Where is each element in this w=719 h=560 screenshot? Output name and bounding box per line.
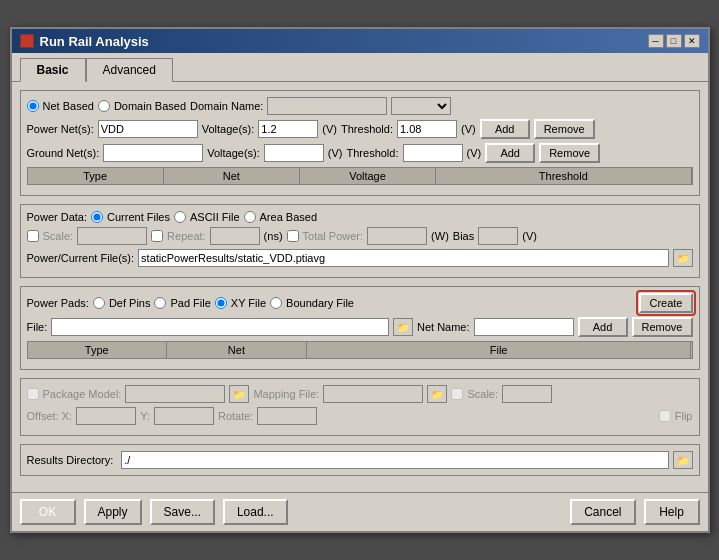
ascii-file-label[interactable]: ASCII File [190,211,240,223]
ground-threshold-input[interactable] [403,144,463,162]
save-button[interactable]: Save... [150,499,215,525]
area-based-radio[interactable] [244,211,256,223]
power-data-row1: Power Data: Current Files ASCII File Are… [27,211,693,223]
tab-advanced[interactable]: Advanced [86,58,173,82]
domain-based-radio[interactable] [98,100,110,112]
pad-file-label[interactable]: Pad File [170,297,210,309]
y-label: Y: [140,410,150,422]
current-files-radio[interactable] [91,211,103,223]
ground-nets-input[interactable] [103,144,203,162]
cancel-button[interactable]: Cancel [570,499,635,525]
pads-remove-button[interactable]: Remove [632,317,693,337]
net-table-header: Type Net Voltage Threshold [27,167,693,185]
offset-x-input[interactable] [76,407,136,425]
net-name-label: Net Name: [417,321,470,333]
bias-label: Bias [453,230,474,242]
title-bar: Run Rail Analysis ─ □ ✕ [12,29,708,53]
power-current-files-input[interactable] [138,249,668,267]
v-bias-label: (V) [522,230,537,242]
apply-button[interactable]: Apply [84,499,142,525]
col-file2: File [307,342,692,358]
total-power-checkbox[interactable] [287,230,299,242]
boundary-file-radio[interactable] [270,297,282,309]
power-pads-section: Power Pads: Def Pins Pad File XY File Bo… [20,286,700,370]
maximize-button[interactable]: □ [666,34,682,48]
power-nets-input[interactable] [98,120,198,138]
ground-add-button[interactable]: Add [485,143,535,163]
mapping-file-input[interactable] [323,385,423,403]
package-model-checkbox[interactable] [27,388,39,400]
power-add-button[interactable]: Add [480,119,530,139]
offset-x-label: Offset: X: [27,410,73,422]
area-based-label[interactable]: Area Based [260,211,317,223]
main-content: Net Based Domain Based Domain Name: Powe… [12,82,708,492]
ascii-file-radio[interactable] [174,211,186,223]
domain-name-select[interactable] [391,97,451,115]
power-remove-button[interactable]: Remove [534,119,595,139]
create-button[interactable]: Create [639,293,692,313]
domain-based-label[interactable]: Domain Based [114,100,186,112]
bias-input[interactable] [478,227,518,245]
rotate-input[interactable] [257,407,317,425]
pads-table-header: Type Net File [27,341,693,359]
title-bar-controls: ─ □ ✕ [648,34,700,48]
v-label1: (V) [322,123,337,135]
y-input[interactable] [154,407,214,425]
ok-button[interactable]: OK [20,499,76,525]
pad-file-radio[interactable] [154,297,166,309]
ground-nets-row: Ground Net(s): Voltage(s): (V) Threshold… [27,143,693,163]
boundary-file-label[interactable]: Boundary File [286,297,354,309]
main-window: Run Rail Analysis ─ □ ✕ Basic Advanced N… [10,27,710,533]
net-based-label[interactable]: Net Based [43,100,94,112]
pads-file-input[interactable] [51,318,389,336]
power-data-label: Power Data: [27,211,88,223]
total-power-input[interactable] [367,227,427,245]
load-button[interactable]: Load... [223,499,288,525]
pads-add-button[interactable]: Add [578,317,628,337]
scale-checkbox2[interactable] [451,388,463,400]
repeat-label: Repeat: [167,230,206,242]
net-domain-row: Net Based Domain Based Domain Name: [27,97,693,115]
close-button[interactable]: ✕ [684,34,700,48]
net-name-input[interactable] [474,318,574,336]
power-data-row2: Scale: Repeat: (ns) Total Power: (W) Bia… [27,227,693,245]
power-threshold-input[interactable] [397,120,457,138]
create-button-wrapper: Create [639,293,692,313]
power-files-folder-button[interactable]: 📁 [673,249,693,267]
net-domain-section: Net Based Domain Based Domain Name: Powe… [20,90,700,196]
xy-file-radio[interactable] [215,297,227,309]
def-pins-label[interactable]: Def Pins [109,297,151,309]
mapping-file-folder-button[interactable]: 📁 [427,385,447,403]
def-pins-radio[interactable] [93,297,105,309]
package-model-input[interactable] [125,385,225,403]
col-type2: Type [28,342,168,358]
results-dir-label: Results Directory: [27,454,114,466]
pads-file-folder-button[interactable]: 📁 [393,318,413,336]
help-button[interactable]: Help [644,499,700,525]
ground-remove-button[interactable]: Remove [539,143,600,163]
scale-input[interactable] [77,227,147,245]
current-files-label[interactable]: Current Files [107,211,170,223]
repeat-checkbox[interactable] [151,230,163,242]
scale-checkbox[interactable] [27,230,39,242]
threshold-label1: Threshold: [341,123,393,135]
col-threshold: Threshold [436,168,691,184]
results-dir-input[interactable] [121,451,668,469]
w-label: (W) [431,230,449,242]
package-model-label: Package Model: [43,388,122,400]
total-power-label: Total Power: [303,230,364,242]
xy-file-label[interactable]: XY File [231,297,266,309]
tab-basic[interactable]: Basic [20,58,86,82]
net-based-radio[interactable] [27,100,39,112]
package-model-folder-button[interactable]: 📁 [229,385,249,403]
results-section: Results Directory: 📁 [20,444,700,476]
domain-name-input[interactable] [267,97,387,115]
flip-label: Flip [675,410,693,422]
flip-checkbox[interactable] [659,410,671,422]
ground-voltage-input[interactable] [264,144,324,162]
repeat-input[interactable] [210,227,260,245]
results-dir-folder-button[interactable]: 📁 [673,451,693,469]
minimize-button[interactable]: ─ [648,34,664,48]
scale-input2[interactable] [502,385,552,403]
power-voltage-input[interactable] [258,120,318,138]
